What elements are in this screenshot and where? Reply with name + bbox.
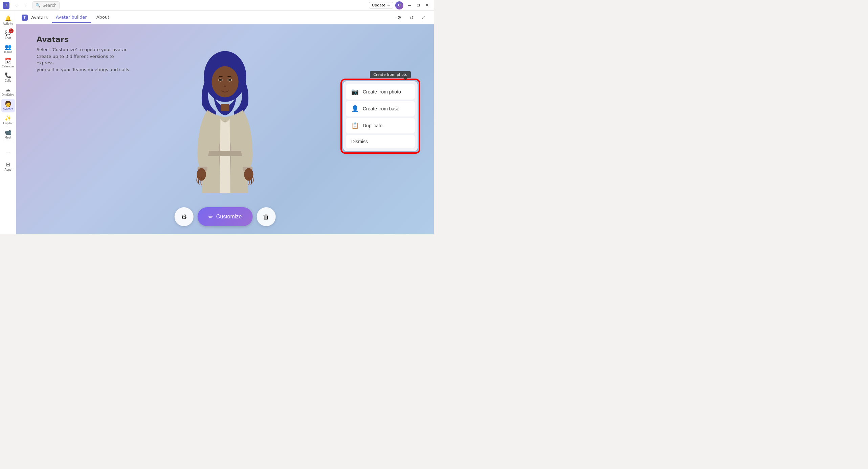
sidebar-label-calls: Calls [5, 79, 11, 82]
dropdown-menu: 📷 Create from photo 👤 Create from base 📋 [343, 81, 418, 151]
sidebar: 🔔 Activity 💬 Chat 1 👥 Teams 📅 Calendar 📞… [0, 11, 16, 234]
main-layout: 🔔 Activity 💬 Chat 1 👥 Teams 📅 Calendar 📞… [0, 11, 434, 234]
search-placeholder: Search [43, 3, 57, 8]
page-description-line3: yourself in your Teams meetings and call… [37, 67, 131, 72]
app-container: T ‹ › 🔍 Search Update ··· U — ⧠ ✕ [0, 0, 434, 234]
settings-icon: ⚙ [181, 213, 187, 221]
tab-avatar-builder-label: Avatar builder [56, 15, 87, 20]
settings-button[interactable]: ⚙ [175, 207, 194, 226]
sidebar-label-chat: Chat [5, 37, 11, 40]
dropdown-wrapper: Create from photo 📷 Create from photo 👤 … [343, 81, 418, 151]
avatar-svg [188, 45, 262, 207]
svg-rect-2 [221, 104, 229, 111]
sidebar-item-calls[interactable]: 📞 Calls [1, 70, 15, 84]
sidebar-label-onedrive: OneDrive [2, 93, 15, 97]
minimize-button[interactable]: — [405, 1, 414, 9]
tab-about-label: About [96, 15, 109, 20]
create-from-base-label: Create from base [363, 106, 399, 111]
page-description-line1: Select 'Customize' to update your avatar… [37, 47, 128, 52]
title-bar-left: T ‹ › 🔍 Search [3, 1, 60, 9]
menu-item-create-from-photo[interactable]: 📷 Create from photo [346, 84, 415, 100]
tab-bar: T Avatars Avatar builder About ⚙ ↺ ⤢ [16, 11, 434, 24]
svg-point-1 [212, 66, 238, 98]
title-bar-right: Update ··· U — ⧠ ✕ [369, 1, 431, 9]
title-bar: T ‹ › 🔍 Search Update ··· U — ⧠ ✕ [0, 0, 434, 11]
update-button[interactable]: Update ··· [369, 2, 393, 8]
window-controls: — ⧠ ✕ [405, 1, 431, 9]
sidebar-item-meet[interactable]: 📹 Meet [1, 127, 15, 141]
duplicate-icon: 📋 [351, 122, 359, 129]
refresh-icon-btn[interactable]: ↺ [407, 13, 416, 22]
sidebar-label-calendar: Calendar [2, 65, 14, 68]
menu-item-dismiss[interactable]: Dismiss [346, 135, 415, 148]
svg-point-10 [219, 79, 222, 81]
tab-bar-app-icon: T [22, 15, 28, 21]
main-content: Avatars Select 'Customize' to update you… [16, 24, 434, 234]
sidebar-divider [4, 143, 12, 143]
menu-item-create-from-base[interactable]: 👤 Create from base [346, 101, 415, 116]
svg-point-12 [228, 79, 231, 81]
calendar-icon: 📅 [5, 58, 12, 64]
content-area: T Avatars Avatar builder About ⚙ ↺ ⤢ [16, 11, 434, 234]
popout-icon-btn[interactable]: ⤢ [419, 13, 428, 22]
tab-bar-right: ⚙ ↺ ⤢ [395, 13, 428, 22]
chat-badge: 1 [9, 28, 14, 33]
page-title: Avatars [37, 35, 131, 44]
bottom-toolbar: ⚙ ✏ Customize 🗑 [175, 207, 276, 226]
sidebar-label-activity: Activity [3, 22, 13, 25]
page-description-line2: Create up to 3 different versions to exp… [37, 54, 114, 66]
activity-icon: 🔔 [5, 15, 12, 22]
tooltip-label: Create from photo [370, 71, 411, 78]
back-button[interactable]: ‹ [12, 1, 20, 9]
sidebar-item-avatars[interactable]: 🧑 Avatars [1, 99, 15, 112]
user-avatar[interactable]: U [395, 1, 403, 9]
customize-button[interactable]: ✏ Customize [198, 207, 253, 226]
teams-logo-icon: T [3, 2, 9, 9]
page-description: Select 'Customize' to update your avatar… [37, 46, 131, 73]
sidebar-label-meet: Meet [5, 136, 12, 139]
more-icon: ··· [5, 149, 10, 155]
avatar-figure [188, 45, 262, 207]
customize-pencil-icon: ✏ [208, 214, 213, 220]
sidebar-label-teams: Teams [4, 51, 12, 54]
dismiss-label: Dismiss [351, 139, 368, 144]
sidebar-item-onedrive[interactable]: ☁ OneDrive [1, 85, 15, 98]
nav-controls: ‹ › [12, 1, 30, 9]
delete-button[interactable]: 🗑 [257, 207, 275, 226]
delete-icon: 🗑 [263, 213, 269, 221]
apps-icon: ⊞ [6, 161, 10, 168]
page-header: Avatars Select 'Customize' to update you… [37, 35, 131, 73]
sidebar-item-chat[interactable]: 💬 Chat 1 [1, 28, 15, 41]
dropdown-container: Create from photo 📷 Create from photo 👤 … [340, 79, 420, 154]
sidebar-item-activity[interactable]: 🔔 Activity [1, 14, 15, 27]
search-bar[interactable]: 🔍 Search [32, 1, 60, 9]
close-button[interactable]: ✕ [423, 1, 431, 9]
sidebar-item-teams[interactable]: 👥 Teams [1, 42, 15, 56]
dropdown-highlight: Create from photo 📷 Create from photo 👤 … [340, 79, 420, 154]
tab-avatar-builder[interactable]: Avatar builder [52, 12, 91, 23]
teams-icon: 👥 [5, 44, 12, 50]
avatars-icon: 🧑 [5, 101, 12, 107]
forward-button[interactable]: › [22, 1, 30, 9]
onedrive-icon: ☁ [5, 86, 11, 93]
sidebar-item-more[interactable]: ··· [1, 145, 15, 159]
restore-button[interactable]: ⧠ [414, 1, 422, 9]
copilot-icon: ✨ [5, 115, 12, 121]
update-label: Update ··· [372, 3, 390, 7]
duplicate-label: Duplicate [363, 123, 382, 128]
customize-label: Customize [216, 214, 242, 220]
sidebar-label-copilot: Copilot [3, 122, 13, 125]
meet-icon: 📹 [5, 129, 12, 135]
create-from-photo-label: Create from photo [363, 89, 401, 94]
search-icon: 🔍 [36, 3, 41, 8]
tab-about[interactable]: About [92, 12, 113, 23]
menu-item-duplicate[interactable]: 📋 Duplicate [346, 118, 415, 133]
sidebar-item-copilot[interactable]: ✨ Copilot [1, 113, 15, 127]
sidebar-item-calendar[interactable]: 📅 Calendar [1, 56, 15, 70]
tab-bar-app-name: Avatars [31, 15, 48, 20]
calls-icon: 📞 [5, 72, 12, 79]
sidebar-item-apps[interactable]: ⊞ Apps [1, 159, 15, 173]
sidebar-label-apps: Apps [5, 168, 12, 171]
sidebar-label-avatars: Avatars [3, 108, 13, 111]
settings-icon-btn[interactable]: ⚙ [395, 13, 404, 22]
